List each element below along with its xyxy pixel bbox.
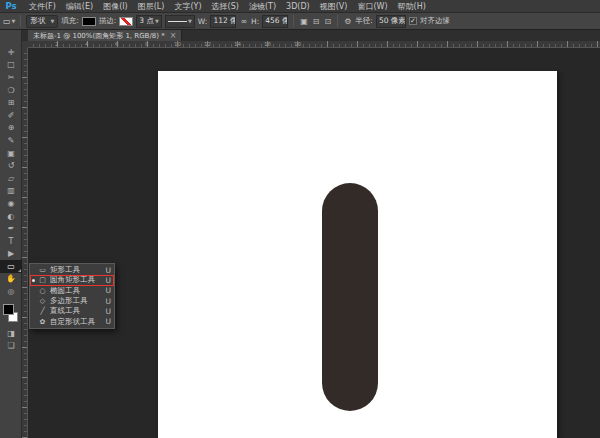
radius-label: 半径: bbox=[355, 16, 373, 26]
lasso-tool[interactable]: ✂ bbox=[0, 71, 22, 84]
ellipse-tool-icon: ○ bbox=[38, 287, 47, 295]
stroke-color-swatch[interactable] bbox=[119, 17, 133, 26]
flyout-item-custom-shape-tool[interactable]: ✿ 自定形状工具 U bbox=[30, 316, 114, 326]
fill-label: 填充: bbox=[61, 16, 79, 26]
clone-stamp-tool[interactable]: ▣ bbox=[0, 147, 22, 160]
rounded-rectangle-tool[interactable]: ▭ bbox=[0, 260, 22, 273]
stroke-style-dropdown[interactable]: ▼ bbox=[165, 15, 195, 28]
ruler-number: 2 bbox=[55, 41, 59, 47]
rounded-rectangle-tool-icon: ▭ bbox=[3, 17, 11, 26]
ruler-number: 18 bbox=[294, 41, 301, 47]
path-operations-icon[interactable]: ▣ bbox=[299, 17, 309, 26]
path-alignment-icon[interactable]: ⊟ bbox=[312, 17, 321, 26]
menu-select[interactable]: 选择(S) bbox=[207, 0, 244, 13]
rectangle-tool-icon: ▭ bbox=[38, 266, 47, 274]
align-edges-label: 对齐边缘 bbox=[420, 16, 450, 26]
history-brush-tool[interactable]: ↺ bbox=[0, 159, 22, 172]
eraser-tool[interactable]: ▱ bbox=[0, 172, 22, 185]
rectangular-marquee-tool[interactable]: □ bbox=[0, 59, 22, 72]
crop-tool[interactable]: ⊞ bbox=[0, 96, 22, 109]
eyedropper-tool[interactable]: ✐ bbox=[0, 109, 22, 122]
shape-tool-flyout-menu: ▭ 矩形工具 U ▢ 圆角矩形工具 U ○ 椭圆工具 U ◇ 多边形工具 U ╱… bbox=[29, 263, 115, 329]
tool-mode-value: 形状 bbox=[30, 16, 45, 26]
pen-tool[interactable]: ✒ bbox=[0, 222, 22, 235]
menu-file[interactable]: 文件(F) bbox=[24, 0, 61, 13]
flyout-item-label: 多边形工具 bbox=[50, 296, 103, 306]
brush-tool[interactable]: ✎ bbox=[0, 134, 22, 147]
line-tool-icon: ╱ bbox=[38, 307, 47, 315]
quick-selection-tool[interactable]: ❍ bbox=[0, 84, 22, 97]
hand-tool[interactable]: ✋ bbox=[0, 273, 22, 286]
horizontal-type-tool[interactable]: T bbox=[0, 235, 22, 248]
active-tool-dot bbox=[32, 279, 35, 282]
shortcut-key: U bbox=[106, 276, 112, 285]
document-tab-bar: 未标题-1 @ 100%(圆角矩形 1, RGB/8) * × bbox=[22, 30, 600, 41]
flyout-item-ellipse-tool[interactable]: ○ 椭圆工具 U bbox=[30, 286, 114, 296]
close-icon[interactable]: × bbox=[170, 31, 177, 40]
ruler-ticks bbox=[28, 41, 600, 47]
shortcut-key: U bbox=[106, 266, 112, 275]
separator bbox=[20, 15, 21, 27]
quick-mask-button[interactable]: ◨ bbox=[0, 327, 22, 340]
radius-input[interactable]: 50 像素 bbox=[376, 15, 406, 28]
path-selection-tool[interactable]: ▶ bbox=[0, 248, 22, 261]
menu-type[interactable]: 文字(Y) bbox=[169, 0, 206, 13]
menu-help[interactable]: 帮助(H) bbox=[393, 0, 431, 13]
menu-edit[interactable]: 编辑(E) bbox=[61, 0, 98, 13]
shortcut-key: U bbox=[106, 307, 112, 316]
menu-image[interactable]: 图像(I) bbox=[98, 0, 133, 13]
ruler-number: 16 bbox=[264, 41, 271, 47]
flyout-item-label: 圆角矩形工具 bbox=[50, 275, 103, 285]
menu-window[interactable]: 窗口(W) bbox=[352, 0, 392, 13]
move-tool[interactable]: ✛ bbox=[0, 46, 22, 59]
tool-options-bar: ▭ ▼ 形状 ▼ 填充: 描边: 3 点 ▼ ▼ W: 112 像素 ∞ H: … bbox=[0, 13, 600, 30]
link-dimensions-icon[interactable]: ∞ bbox=[239, 17, 248, 26]
menu-bar: Ps 文件(F) 编辑(E) 图像(I) 图层(L) 文字(Y) 选择(S) 滤… bbox=[0, 0, 600, 13]
menu-view[interactable]: 视图(V) bbox=[315, 0, 353, 13]
menu-3d[interactable]: 3D(D) bbox=[281, 0, 315, 13]
shortcut-key: U bbox=[106, 317, 112, 326]
solid-line-icon bbox=[168, 21, 187, 22]
tool-mode-dropdown[interactable]: 形状 ▼ bbox=[26, 15, 58, 28]
polygon-tool-icon: ◇ bbox=[38, 297, 47, 305]
ruler-number: 6 bbox=[115, 41, 119, 47]
spot-healing-brush-tool[interactable]: ⊕ bbox=[0, 122, 22, 135]
flyout-item-rounded-rectangle-tool[interactable]: ▢ 圆角矩形工具 U bbox=[30, 275, 114, 285]
document-tab[interactable]: 未标题-1 @ 100%(圆角矩形 1, RGB/8) * × bbox=[28, 30, 182, 41]
separator bbox=[337, 15, 338, 27]
shape-height-input[interactable]: 456 像素 bbox=[262, 15, 288, 28]
ruler-number: 12 bbox=[204, 41, 211, 47]
chevron-down-icon: ▼ bbox=[50, 18, 54, 24]
ruler-number: 4 bbox=[85, 41, 89, 47]
flyout-item-line-tool[interactable]: ╱ 直线工具 U bbox=[30, 306, 114, 316]
flyout-item-label: 自定形状工具 bbox=[50, 317, 103, 327]
path-arrangement-icon[interactable]: ⊡ bbox=[323, 17, 332, 26]
flyout-item-label: 矩形工具 bbox=[50, 265, 103, 275]
ruler-number: 14 bbox=[234, 41, 241, 47]
dodge-tool[interactable]: ◐ bbox=[0, 210, 22, 223]
height-label: H: bbox=[251, 17, 259, 26]
zoom-tool[interactable]: ◎ bbox=[0, 285, 22, 298]
stroke-width-input[interactable]: 3 点 ▼ bbox=[136, 15, 162, 28]
shape-width-input[interactable]: 112 像素 bbox=[210, 15, 236, 28]
blur-tool[interactable]: ◉ bbox=[0, 197, 22, 210]
gear-icon[interactable]: ⚙ bbox=[343, 17, 352, 26]
foreground-color-swatch[interactable] bbox=[3, 304, 14, 315]
shortcut-key: U bbox=[106, 297, 112, 306]
menu-layer[interactable]: 图层(L) bbox=[133, 0, 170, 13]
rounded-rectangle-shape[interactable] bbox=[322, 183, 378, 411]
ruler-number: 8 bbox=[145, 41, 149, 47]
flyout-item-rectangle-tool[interactable]: ▭ 矩形工具 U bbox=[30, 265, 114, 275]
tools-panel: ✛ □ ✂ ❍ ⊞ ✐ ⊕ ✎ ▣ ↺ ▱ ▥ ◉ ◐ ✒ T ▶ ▭ ✋ ◎ … bbox=[0, 30, 22, 438]
align-edges-checkbox[interactable]: ✓ bbox=[409, 17, 417, 25]
menu-filter[interactable]: 滤镜(T) bbox=[244, 0, 281, 13]
flyout-item-label: 直线工具 bbox=[50, 306, 103, 316]
fill-color-swatch[interactable] bbox=[82, 17, 96, 26]
tool-preset-picker[interactable]: ▭ ▼ bbox=[3, 17, 15, 26]
screen-mode-button[interactable]: ❏ bbox=[0, 339, 22, 352]
chevron-down-icon: ▼ bbox=[155, 18, 159, 24]
chevron-down-icon: ▼ bbox=[188, 18, 192, 24]
flyout-item-polygon-tool[interactable]: ◇ 多边形工具 U bbox=[30, 296, 114, 306]
horizontal-ruler[interactable]: 2 4 6 8 10 12 14 16 18 bbox=[28, 41, 600, 48]
gradient-tool[interactable]: ▥ bbox=[0, 185, 22, 198]
